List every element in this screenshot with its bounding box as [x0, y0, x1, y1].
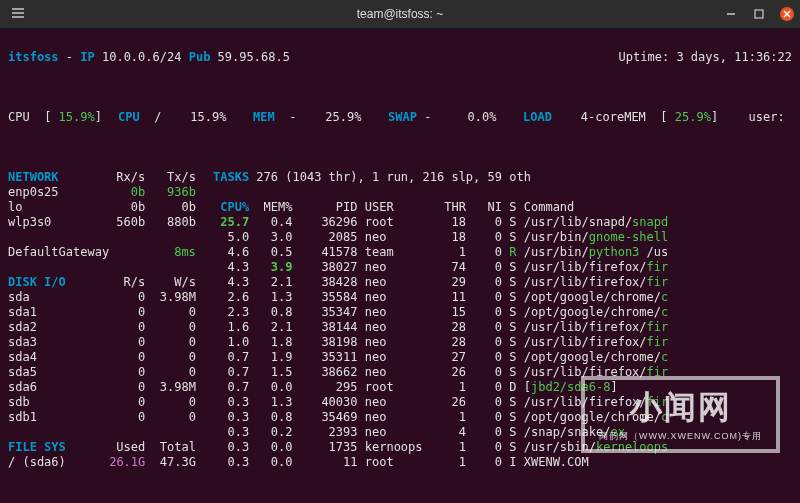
hostname: itsfoss: [8, 50, 59, 64]
row: sda3 0 0 1.0 1.8 38198 neo 28 0 S /usr/l…: [8, 335, 792, 350]
summary-row: CPU [ 15.9%]CPU / 15.9%MEM - 25.9%SWAP -…: [8, 110, 792, 125]
maximize-icon[interactable]: [752, 7, 766, 21]
window-title: team@itsfoss: ~: [0, 7, 800, 21]
header-line: itsfoss - IP 10.0.0.6/24 Pub 59.95.68.5U…: [8, 50, 792, 65]
window-titlebar: team@itsfoss: ~: [0, 0, 800, 29]
row: sda1 0 0 2.3 0.8 35347 neo 15 0 S /opt/g…: [8, 305, 792, 320]
svg-rect-0: [755, 10, 763, 18]
watermark: 小闻网 闻韵网（WWW.XWENW.COM)专用: [581, 376, 780, 453]
row: / (sda6) 26.1G 47.3G 0.3 0.0 11 root 1 0…: [8, 455, 792, 470]
row: sda 0 3.98M 2.6 1.3 35584 neo 11 0 S /op…: [8, 290, 792, 305]
close-icon[interactable]: [780, 7, 794, 21]
row: 5.0 3.0 2085 neo 18 0 S /usr/bin/gnome-s…: [8, 230, 792, 245]
row: sda4 0 0 0.7 1.9 35311 neo 27 0 S /opt/g…: [8, 350, 792, 365]
row: enp0s25 0b 936b: [8, 185, 792, 200]
row: 4.3 3.9 38027 neo 74 0 S /usr/lib/firefo…: [8, 260, 792, 275]
row: lo 0b 0b CPU% MEM% PID USER THR NI S Com…: [8, 200, 792, 215]
row: DISK I/O R/s W/s 4.3 2.1 38428 neo 29 0 …: [8, 275, 792, 290]
minimize-icon[interactable]: [724, 7, 738, 21]
row: wlp3s0 560b 880b 25.7 0.4 36296 root 18 …: [8, 215, 792, 230]
row: NETWORK Rx/s Tx/sTASKS 276 (1043 thr), 1…: [8, 170, 792, 185]
row: sda2 0 0 1.6 2.1 38144 neo 28 0 S /usr/l…: [8, 320, 792, 335]
row: DefaultGateway 8ms 4.6 0.5 41578 team 1 …: [8, 245, 792, 260]
